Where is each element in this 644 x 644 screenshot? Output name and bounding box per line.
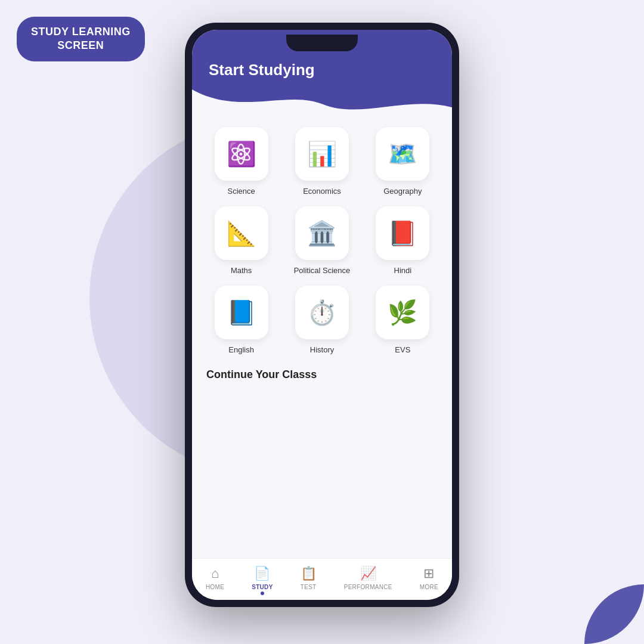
- nav-item-more[interactable]: ⊞MORE: [420, 566, 438, 590]
- continue-title: Continue Your Classs: [206, 369, 438, 381]
- bottom-nav: ⌂HOME📄STUDY📋TEST📈PERFORMANCE⊞MORE: [192, 558, 452, 600]
- bg-circle-small: [525, 525, 644, 644]
- maths-icon: 📐: [215, 206, 268, 260]
- continue-section: Continue Your Classs: [206, 369, 438, 398]
- economics-label: Economics: [303, 187, 341, 196]
- hindi-label: Hindi: [394, 266, 412, 275]
- economics-icon: 📊: [295, 127, 349, 181]
- home-nav-label: HOME: [206, 584, 224, 590]
- science-icon: ⚛️: [215, 127, 268, 181]
- science-label: Science: [228, 187, 255, 196]
- hindi-icon: 📕: [376, 206, 429, 260]
- performance-nav-label: PERFORMANCE: [344, 584, 392, 590]
- subject-item-history[interactable]: ⏱️History: [287, 286, 357, 354]
- phone: Start Studying ⚛️Science📊Economics🗺️Geog…: [185, 23, 459, 607]
- geography-icon: 🗺️: [376, 127, 429, 181]
- test-nav-label: TEST: [301, 584, 317, 590]
- english-icon: 📘: [215, 286, 268, 339]
- history-icon: ⏱️: [295, 286, 349, 339]
- evs-icon: 🌿: [376, 286, 429, 339]
- evs-label: EVS: [395, 345, 410, 354]
- phone-inner: Start Studying ⚛️Science📊Economics🗺️Geog…: [192, 30, 452, 600]
- subject-item-english[interactable]: 📘English: [206, 286, 276, 354]
- subject-grid: ⚛️Science📊Economics🗺️Geography📐Maths🏛️Po…: [206, 127, 438, 354]
- geography-label: Geography: [383, 187, 422, 196]
- nav-item-test[interactable]: 📋TEST: [301, 566, 317, 590]
- label-badge: STUDY LEARNING SCREEN: [17, 17, 145, 61]
- test-nav-icon: 📋: [301, 566, 317, 581]
- nav-item-study[interactable]: 📄STUDY: [252, 566, 273, 590]
- subject-item-economics[interactable]: 📊Economics: [287, 127, 357, 196]
- study-nav-icon: 📄: [254, 566, 270, 581]
- history-label: History: [310, 345, 334, 354]
- study-active-dot: [261, 592, 264, 595]
- study-nav-label: STUDY: [252, 584, 273, 590]
- subject-item-evs[interactable]: 🌿EVS: [368, 286, 438, 354]
- maths-label: Maths: [231, 266, 252, 275]
- nav-item-home[interactable]: ⌂HOME: [206, 566, 224, 590]
- performance-nav-icon: 📈: [360, 566, 376, 581]
- english-label: English: [228, 345, 254, 354]
- political-science-label: Political Science: [294, 266, 351, 275]
- subject-item-geography[interactable]: 🗺️Geography: [368, 127, 438, 196]
- subject-item-political-science[interactable]: 🏛️Political Science: [287, 206, 357, 275]
- subject-item-hindi[interactable]: 📕Hindi: [368, 206, 438, 275]
- app-content: ⚛️Science📊Economics🗺️Geography📐Maths🏛️Po…: [192, 115, 452, 558]
- more-nav-label: MORE: [420, 584, 438, 590]
- subject-item-maths[interactable]: 📐Maths: [206, 206, 276, 275]
- more-nav-icon: ⊞: [423, 566, 434, 581]
- phone-notch: [286, 35, 358, 51]
- political-science-icon: 🏛️: [295, 206, 349, 260]
- subject-item-science[interactable]: ⚛️Science: [206, 127, 276, 196]
- app-header-title: Start Studying: [209, 61, 435, 79]
- nav-item-performance[interactable]: 📈PERFORMANCE: [344, 566, 392, 590]
- header-wave: [192, 89, 452, 116]
- home-nav-icon: ⌂: [211, 566, 219, 581]
